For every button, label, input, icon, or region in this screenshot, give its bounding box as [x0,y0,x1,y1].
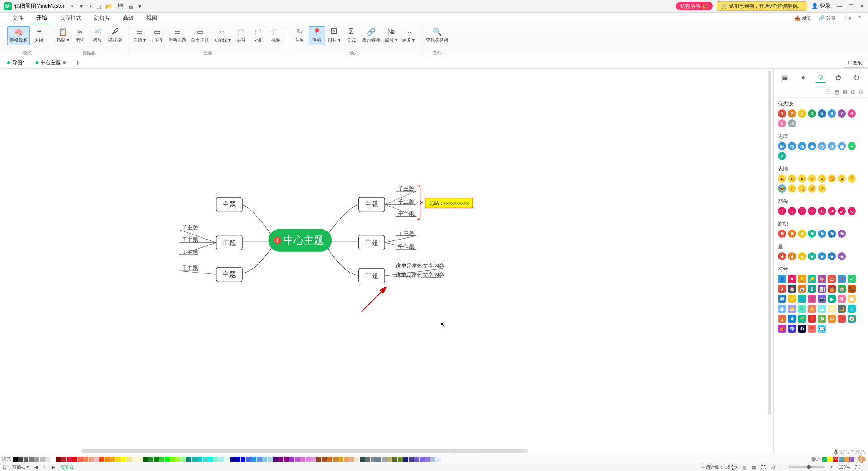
palette-icon[interactable]: 🏠 [838,285,846,293]
view-mindmap-icon[interactable]: ▤ [742,465,746,470]
palette-icon[interactable]: ⚑ [798,230,806,238]
color-swatch[interactable] [83,457,88,462]
palette-icon[interactable]: 🙃 [788,184,796,193]
next-page-icon[interactable]: ▶ [52,465,55,470]
palette-icon[interactable]: ▶ [778,142,786,150]
palette-icon[interactable]: ↘ [848,207,856,215]
palette-icon[interactable]: 💬 [818,325,826,333]
palette-icon[interactable]: ◑ [828,142,836,150]
color-swatch[interactable] [436,457,441,462]
page-selector[interactable]: 页面-1▾ [12,464,29,471]
palette-icon[interactable]: ◑ [798,142,806,150]
palette-icon[interactable]: ★ [808,252,816,260]
palette-icon[interactable]: 😀 [778,174,786,183]
palette-icon[interactable]: 😴 [808,184,816,193]
color-swatch[interactable] [414,457,419,462]
ribbon-btn-大纲[interactable]: ≡大纲 [31,26,47,45]
palette-icon[interactable]: 3 [798,109,806,118]
color-swatch[interactable] [382,457,387,462]
color-swatch[interactable] [338,457,343,462]
color-swatch[interactable] [284,457,289,462]
publish-button[interactable]: 📤 发布 [794,15,812,22]
color-swatch[interactable] [175,457,180,462]
color-swatch[interactable] [376,457,381,462]
palette-icon[interactable]: ✉ [778,295,786,303]
palette-icon[interactable]: ✗ [778,285,786,293]
page-tab[interactable]: 页面-1 [61,464,74,471]
color-swatch[interactable] [420,457,425,462]
view-add-icon[interactable]: ⊞ [843,89,847,95]
palette-icon[interactable]: 🧭 [848,315,856,323]
color-swatch[interactable] [72,457,77,462]
palette-icon[interactable]: 🎈 [808,315,816,323]
palette-icon[interactable]: 8 [848,109,856,118]
palette-icon[interactable]: 9 [778,119,786,127]
print-icon[interactable]: 🖨 [128,3,134,9]
open-icon[interactable]: 📂 [106,3,113,9]
color-swatch[interactable] [333,457,338,462]
menu-page-style[interactable]: 页面样式 [53,13,88,24]
palette-icon[interactable]: ⚑ [818,230,826,238]
ribbon-btn-格式刷[interactable]: 🖌格式刷 [106,26,123,44]
palette-icon[interactable]: ▶ [828,295,836,303]
color-swatch[interactable] [289,457,294,462]
palette-icon[interactable]: 💎 [788,325,796,333]
palette-icon[interactable]: 🚩 [808,325,816,333]
ribbon-btn-剪切[interactable]: ✂剪切 [72,26,88,44]
palette-icon[interactable]: ⚑ [778,230,786,238]
color-swatch[interactable] [78,457,83,462]
doc-tab-0[interactable]: 导图4 [2,57,30,68]
fullscreen-icon[interactable]: ⛶ [855,465,860,470]
view-search-icon[interactable]: ⊙ [859,89,863,95]
panel-tab-style-icon[interactable]: ✦ [797,72,808,83]
ribbon-btn-思维导图[interactable]: 🧠思维导图 [7,26,30,45]
recent-color-swatch[interactable] [822,457,827,462]
palette-icon[interactable]: 🤔 [848,174,856,183]
color-swatch[interactable] [89,457,94,462]
palette-icon[interactable]: 10 [788,119,796,127]
palette-icon[interactable]: 😮 [838,174,846,183]
color-swatch[interactable] [409,457,414,462]
color-swatch[interactable] [143,457,148,462]
ribbon-btn-拷贝[interactable]: 📄拷贝 [89,26,105,44]
color-swatch[interactable] [398,457,403,462]
palette-icon[interactable]: 📞 [848,285,856,293]
minimize-icon[interactable]: — [837,3,842,9]
ribbon-btn-粘贴[interactable]: 📋粘贴 ▾ [55,26,71,44]
menu-advanced[interactable]: 高级 [117,13,140,24]
color-swatch[interactable] [241,457,245,462]
palette-icon[interactable]: ❄ [788,315,796,323]
color-swatch[interactable] [349,457,354,462]
color-swatch[interactable] [132,457,137,462]
palette-icon[interactable]: ← [798,207,806,215]
palette-icon[interactable]: ◔ [788,142,796,150]
color-swatch[interactable] [29,457,34,462]
add-page-icon[interactable]: + [43,465,46,470]
palette-icon[interactable]: 5 [818,109,826,118]
color-swatch[interactable] [316,457,321,462]
palette-icon[interactable]: 😟 [808,174,816,183]
palette-icon[interactable]: ♥ [788,275,796,283]
color-swatch[interactable] [322,457,327,462]
palette-icon[interactable]: 4 [808,109,816,118]
color-swatch[interactable] [360,457,365,462]
palette-icon[interactable]: 📌 [838,315,846,323]
color-swatch[interactable] [311,457,316,462]
ribbon-btn-双向链接[interactable]: 🔗双向链接 [360,26,382,45]
color-swatch[interactable] [268,457,273,462]
color-swatch[interactable] [235,457,240,462]
vip-badge[interactable]: 🛒 试用已到期，开通VIP解锁限制。 [717,1,807,11]
color-swatch[interactable] [51,457,56,462]
color-swatch[interactable] [300,457,305,462]
palette-icon[interactable]: 😐 [798,174,806,183]
doc-tab-1[interactable]: 中心主题 [30,57,71,68]
color-swatch[interactable] [159,457,164,462]
palette-icon[interactable]: 😡 [828,174,836,183]
color-swatch[interactable] [148,457,153,462]
palette-icon[interactable]: ⏹ [848,295,856,303]
canvas[interactable]: 主题 主题 子主题 子主题 子主题 主题 子主题 1 中心主题 主题 子主题 子… [0,69,773,455]
palette-icon[interactable]: 🤗 [818,184,826,193]
color-swatch[interactable] [403,457,408,462]
color-swatch[interactable] [230,457,235,462]
color-swatch[interactable] [295,457,300,462]
